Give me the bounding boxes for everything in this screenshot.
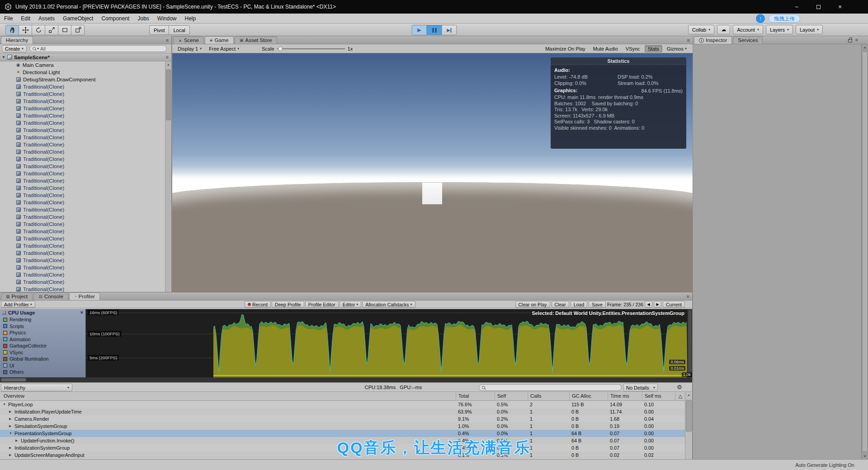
hierarchy-item[interactable]: Traditional(Clone) (0, 134, 165, 141)
hierarchy-item[interactable]: Traditional(Clone) (0, 271, 165, 278)
scene-menu-icon[interactable]: ≡ (166, 54, 169, 60)
hierarchy-item[interactable]: Traditional(Clone) (0, 90, 165, 98)
hierarchy-item[interactable]: Traditional(Clone) (0, 257, 165, 264)
foldout-icon[interactable]: ▼ (9, 430, 13, 437)
scale-slider[interactable] (277, 48, 345, 49)
hierarchy-item[interactable]: Traditional(Clone) (0, 155, 165, 163)
detail-mode-dropdown[interactable]: Hierarchy▾ (1, 384, 72, 391)
clear-button[interactable]: Clear (552, 301, 569, 308)
hierarchy-item[interactable]: Traditional(Clone) (0, 148, 165, 155)
profiler-row-PresentationSystemGroup[interactable]: ▼PresentationSystemGroup0.4%0.0%164 B0.0… (0, 430, 693, 437)
drag-upload-button[interactable]: 拖拽上传 (769, 14, 800, 23)
hierarchy-search-input[interactable]: ▾ All (29, 45, 167, 52)
current-frame-button[interactable]: Current (663, 301, 685, 308)
hierarchy-item[interactable]: Traditional(Clone) (0, 119, 165, 127)
hierarchy-item[interactable]: Traditional(Clone) (0, 127, 165, 134)
clear-on-play-toggle[interactable]: Clear on Play (515, 301, 550, 308)
hierarchy-item[interactable]: Traditional(Clone) (0, 235, 165, 242)
scale-tool-button[interactable] (45, 25, 58, 35)
game-panel-menu-icon[interactable]: ≡ (687, 38, 690, 43)
hierarchy-item[interactable]: ☀Directional Light (0, 69, 165, 76)
column-gc-alloc[interactable]: GC Alloc (569, 392, 608, 400)
hierarchy-item[interactable]: DebugStream.DrawComponent (0, 76, 165, 83)
load-button[interactable]: Load (571, 301, 587, 308)
hierarchy-panel-menu-icon[interactable]: ≡ (166, 38, 169, 43)
allocation-callstacks-dropdown[interactable]: Allocation Callstacks▾ (362, 301, 415, 308)
gear-icon[interactable]: ⚙ (677, 384, 682, 390)
rotate-tool-button[interactable] (32, 25, 45, 35)
hierarchy-item[interactable]: ◉Main Camera (0, 61, 165, 69)
legend-scripts[interactable]: Scripts (0, 323, 85, 330)
profiler-row-Camera.Render[interactable]: ▶Camera.Render9.1%0.2%10 B1.680.04 (0, 415, 693, 423)
scroll-up-icon[interactable]: ▲ (685, 392, 692, 398)
hierarchy-item[interactable]: Traditional(Clone) (0, 249, 165, 257)
inspector-scrollbar[interactable]: ▲ ▼ (861, 44, 868, 459)
legend-vsync[interactable]: VSync (0, 349, 85, 356)
hand-tool-button[interactable] (5, 25, 19, 35)
hierarchy-scrollbar[interactable]: ▲ (165, 61, 171, 292)
rect-tool-button[interactable] (58, 25, 71, 35)
hierarchy-item[interactable]: Traditional(Clone) (0, 278, 165, 286)
inspector-panel-menu-icon[interactable]: ≡ (855, 37, 858, 42)
next-frame-button[interactable]: ▶ (654, 301, 661, 308)
menu-jobs[interactable]: Jobs (133, 14, 153, 24)
hierarchy-item[interactable]: Traditional(Clone) (0, 141, 165, 148)
gameview-toggle-mute-audio[interactable]: Mute Audio (590, 45, 621, 52)
menu-edit[interactable]: Edit (17, 14, 34, 24)
minimize-button[interactable]: − (786, 0, 807, 14)
hierarchy-item[interactable]: Traditional(Clone) (0, 199, 165, 206)
scale-slider-knob[interactable] (278, 47, 283, 51)
menu-help[interactable]: Help (181, 14, 200, 24)
hierarchy-item[interactable]: Traditional(Clone) (0, 163, 165, 170)
tab-profiler[interactable]: ◔Profiler (69, 292, 100, 300)
tab-hierarchy[interactable]: Hierarchy (1, 36, 33, 44)
transform-tool-button[interactable] (71, 25, 85, 35)
column-time-ms[interactable]: Time ms (608, 392, 642, 400)
cpu-chart[interactable]: 16ms (60FPS) 10ms (100FPS) 5ms (200FPS) … (86, 309, 693, 377)
no-details-dropdown[interactable]: No Details▾ (623, 384, 658, 391)
legend-others[interactable]: Others (0, 369, 85, 376)
move-tool-button[interactable] (19, 25, 32, 35)
scroll-up-icon[interactable]: ▲ (165, 61, 171, 67)
menu-gameobject[interactable]: GameObject (59, 14, 97, 24)
tab-console[interactable]: ▤Console (33, 292, 68, 300)
save-button[interactable]: Save (589, 301, 606, 308)
hierarchy-item[interactable]: Traditional(Clone) (0, 221, 165, 228)
hierarchy-item[interactable]: Traditional(Clone) (0, 184, 165, 192)
gameview-toggle-gizmos[interactable]: Gizmos▾ (664, 45, 690, 52)
chart-horizontal-scrollbar[interactable] (0, 377, 693, 382)
pivot-toggle-button[interactable]: Pivot (149, 25, 169, 35)
record-toggle[interactable]: Record (245, 301, 271, 308)
close-module-icon[interactable]: × (80, 310, 83, 315)
local-toggle-button[interactable]: Local (169, 25, 189, 35)
chart-scrollbar[interactable] (687, 309, 693, 377)
deep-profile-toggle[interactable]: Deep Profile (272, 301, 304, 308)
close-button[interactable]: × (829, 0, 851, 14)
hierarchy-item[interactable]: Traditional(Clone) (0, 228, 165, 235)
scene-header-row[interactable]: ▼ SampleScene* ≡ (0, 53, 171, 61)
column-self-ms[interactable]: Self ms (642, 392, 675, 400)
hierarchy-item[interactable]: Traditional(Clone) (0, 242, 165, 249)
step-button[interactable]: ▶ (442, 25, 457, 35)
hierarchy-item[interactable]: Traditional(Clone) (0, 177, 165, 184)
game-viewport[interactable]: Statistics Audio: Level: -74.8 dBDSP loa… (172, 53, 693, 292)
gameview-toggle-maximize-on-play[interactable]: Maximize On Play (542, 45, 589, 52)
scroll-up-icon[interactable]: ▲ (862, 44, 868, 50)
hierarchy-item[interactable]: Traditional(Clone) (0, 170, 165, 177)
gameview-toggle-stats[interactable]: Stats (645, 45, 662, 52)
hierarchy-item[interactable]: Traditional(Clone) (0, 213, 165, 221)
foldout-icon[interactable]: ▼ (3, 401, 6, 408)
legend-physics[interactable]: Physics (0, 329, 85, 336)
editor-dropdown[interactable]: Editor▾ (340, 301, 361, 308)
profiler-search-input[interactable] (479, 384, 622, 391)
legend-garbagecollector[interactable]: GarbageCollector (0, 343, 85, 349)
legend-ui[interactable]: UI (0, 362, 85, 369)
column-calls[interactable]: Calls (528, 392, 569, 400)
hierarchy-item[interactable]: Traditional(Clone) (0, 105, 165, 112)
hierarchy-item[interactable]: Traditional(Clone) (0, 83, 165, 90)
layout-dropdown[interactable]: Layout▾ (796, 25, 823, 34)
maximize-button[interactable] (807, 0, 829, 14)
upload-icon[interactable]: ↑ (756, 14, 765, 23)
legend-animation[interactable]: Animation (0, 336, 85, 343)
tab-inspector[interactable]: iInspector (694, 36, 732, 44)
